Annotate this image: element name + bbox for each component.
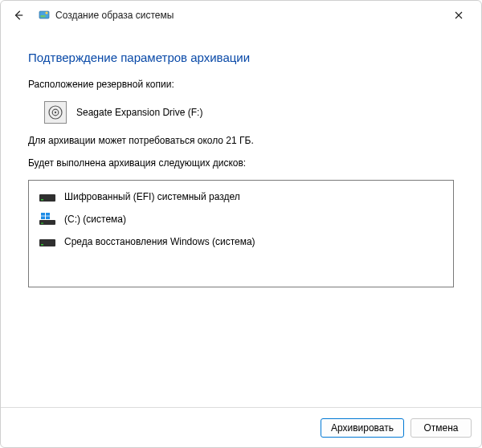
page-heading: Подтверждение параметров архивации — [28, 51, 454, 64]
list-item[interactable]: Шифрованный (EFI) системный раздел — [35, 185, 447, 208]
svg-rect-11 — [46, 213, 50, 216]
window-title: Создание образа системы — [55, 10, 174, 21]
svg-rect-10 — [41, 213, 45, 216]
svg-rect-8 — [39, 220, 55, 225]
windows-drive-icon — [39, 212, 56, 226]
list-item[interactable]: Среда восстановления Windows (система) — [35, 230, 447, 253]
titlebar: Создание образа системы — [1, 1, 481, 30]
arrow-left-icon — [13, 10, 24, 21]
drive-icon — [39, 189, 56, 204]
svg-point-1 — [45, 11, 47, 14]
svg-rect-2 — [41, 15, 46, 18]
svg-rect-13 — [46, 216, 50, 219]
close-button[interactable] — [443, 4, 475, 26]
close-icon — [455, 11, 463, 19]
svg-rect-15 — [41, 244, 43, 246]
drive-icon — [39, 234, 56, 249]
disks-list: Шифрованный (EFI) системный раздел (C:) … — [28, 180, 454, 287]
back-button[interactable] — [10, 7, 27, 23]
dialog-window: Создание образа системы Подтверждение па… — [0, 0, 482, 448]
svg-rect-7 — [41, 199, 43, 201]
svg-point-5 — [55, 112, 56, 113]
backup-destination-name: Seagate Expansion Drive (F:) — [76, 107, 202, 118]
cancel-button[interactable]: Отмена — [411, 418, 472, 438]
footer: Архивировать Отмена — [1, 407, 481, 447]
backup-location-label: Расположение резервной копии: — [28, 79, 454, 90]
list-item[interactable]: (C:) (система) — [35, 208, 447, 230]
svg-rect-6 — [39, 194, 55, 202]
backup-destination: Seagate Expansion Drive (F:) — [44, 101, 454, 124]
content-area: Подтверждение параметров архивации Распо… — [1, 30, 481, 407]
disk-label: (C:) (система) — [64, 214, 126, 225]
system-image-icon — [38, 9, 51, 22]
svg-rect-9 — [41, 223, 43, 224]
archive-button[interactable]: Архивировать — [321, 418, 404, 438]
disk-label: Шифрованный (EFI) системный раздел — [64, 191, 240, 202]
svg-rect-14 — [39, 239, 55, 246]
disks-label: Будет выполнена архивация следующих диск… — [28, 157, 454, 169]
size-estimate: Для архивации может потребоваться около … — [28, 135, 454, 146]
external-drive-icon — [44, 101, 67, 124]
svg-rect-12 — [41, 216, 45, 219]
disk-label: Среда восстановления Windows (система) — [64, 236, 255, 247]
